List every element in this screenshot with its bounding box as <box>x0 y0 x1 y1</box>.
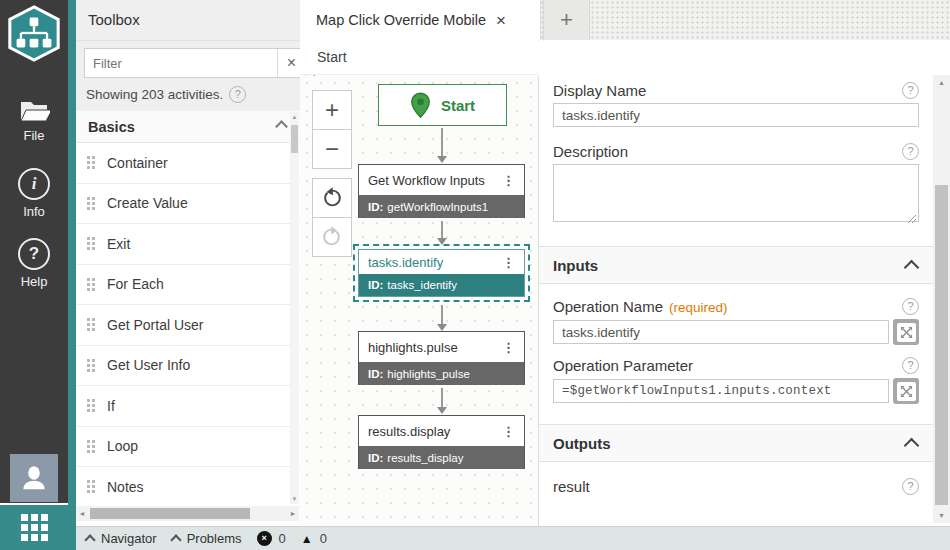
properties-vertical-scrollbar[interactable]: ▲ ▼ <box>933 75 950 523</box>
toolbox-item-get-portal-user[interactable]: Get Portal User <box>76 305 300 346</box>
node-id-value: tasks_identify <box>387 279 457 291</box>
scrollbar-thumb[interactable] <box>291 125 298 153</box>
plus-icon: + <box>560 7 573 33</box>
expression-editor-button[interactable] <box>893 378 919 404</box>
node-id-label: ID: <box>368 368 383 380</box>
toolbox-item-exit[interactable]: Exit <box>76 224 300 265</box>
toolbox-item-get-user-info[interactable]: Get User Info <box>76 346 300 387</box>
node-menu-icon[interactable]: ⋮ <box>502 425 515 438</box>
toolbox-item-if[interactable]: If <box>76 386 300 427</box>
node-title: Start <box>441 97 475 114</box>
node-results-display[interactable]: results.display ⋮ ID:results_display <box>358 415 525 469</box>
flow-connector <box>441 305 443 325</box>
node-get-workflow-inputs[interactable]: Get Workflow Inputs ⋮ ID:getWorkflowInpu… <box>358 164 525 218</box>
toolbox-item-create-value[interactable]: Create Value <box>76 184 300 225</box>
flow-connector <box>441 221 443 239</box>
status-bar: Navigator Problems × 0 ▲ 0 <box>76 526 950 550</box>
node-highlights-pulse[interactable]: highlights.pulse ⋮ ID:highlights_pulse <box>358 331 525 385</box>
node-title: highlights.pulse <box>368 340 458 355</box>
toolbox-item-notes[interactable]: Notes <box>76 467 300 508</box>
help-circle-icon[interactable]: ? <box>229 86 246 103</box>
node-start[interactable]: Start <box>378 84 507 126</box>
scroll-down-icon[interactable]: ▼ <box>933 512 950 519</box>
sidebar-item-help[interactable]: ? Help <box>0 238 68 289</box>
node-menu-icon[interactable]: ⋮ <box>502 256 515 269</box>
outputs-section-header[interactable]: Outputs <box>539 424 933 462</box>
expression-icon <box>897 323 916 342</box>
scrollbar-thumb[interactable] <box>935 185 948 505</box>
sidebar-item-info[interactable]: i Info <box>0 168 68 219</box>
toolbox-title: Toolbox <box>76 0 300 41</box>
display-name-label: Display Name <box>553 82 646 99</box>
expression-editor-button[interactable] <box>893 319 919 345</box>
plus-icon: + <box>325 96 339 124</box>
new-tab-button[interactable]: + <box>543 0 590 40</box>
tab-close-icon[interactable]: × <box>496 12 506 29</box>
node-id-value: highlights_pulse <box>387 368 469 380</box>
sidebar-item-file[interactable]: File <box>0 98 68 143</box>
toolbox-horizontal-scrollbar[interactable]: ◄ ► <box>76 506 299 521</box>
tab-map-click-override-mobile[interactable]: Map Click Override Mobile × <box>300 0 541 40</box>
resize-handle-icon[interactable] <box>907 214 916 223</box>
problems-expand-chevron[interactable] <box>170 534 181 545</box>
undo-button[interactable] <box>312 178 352 218</box>
operation-parameter-label: Operation Parameter <box>553 357 693 374</box>
scroll-right-icon[interactable]: ► <box>287 510 299 517</box>
breadcrumb-start[interactable]: Start <box>317 49 347 65</box>
redo-icon <box>321 226 343 248</box>
scroll-left-icon[interactable]: ◄ <box>76 510 88 517</box>
apps-menu-button[interactable] <box>0 503 68 550</box>
sidebar-accent-strip <box>68 0 76 550</box>
scroll-up-icon[interactable]: ▲ <box>290 114 299 120</box>
error-icon[interactable]: × <box>257 531 272 546</box>
warning-count: 0 <box>320 531 327 546</box>
warning-icon[interactable]: ▲ <box>301 532 313 546</box>
statusbar-navigator[interactable]: Navigator <box>101 531 157 546</box>
inputs-section-header[interactable]: Inputs <box>539 246 933 284</box>
help-circle-icon[interactable]: ? <box>902 298 919 315</box>
flow-connector <box>441 128 443 157</box>
info-icon: i <box>18 168 50 200</box>
toolbox-item-for-each[interactable]: For Each <box>76 265 300 306</box>
help-icon: ? <box>18 238 50 270</box>
help-circle-icon[interactable]: ? <box>902 82 919 99</box>
help-circle-icon[interactable]: ? <box>902 357 919 374</box>
operation-name-field[interactable] <box>553 320 889 344</box>
drag-handle-icon <box>87 278 95 291</box>
toolbox-vertical-scrollbar[interactable]: ▲ ▼ <box>290 112 299 504</box>
zoom-in-button[interactable]: + <box>312 90 352 130</box>
operation-parameter-field[interactable] <box>553 379 889 403</box>
node-tasks-identify-selected[interactable]: tasks.identify ⋮ ID:tasks_identify <box>353 244 530 302</box>
toolbox-filter-input[interactable] <box>85 49 277 77</box>
workflow-canvas[interactable]: + − Start Get Workflow Inp <box>300 76 539 527</box>
display-name-field[interactable] <box>553 103 919 127</box>
toolbox-section-basics[interactable]: Basics <box>76 111 300 143</box>
node-menu-icon[interactable]: ⋮ <box>502 174 515 187</box>
scrollbar-thumb[interactable] <box>90 508 250 519</box>
sidebar-item-label: Help <box>21 274 48 289</box>
toolbox-count-text: Showing 203 activities. <box>86 87 223 102</box>
drag-handle-icon <box>87 197 95 210</box>
user-avatar[interactable] <box>10 454 58 502</box>
redo-button[interactable] <box>312 217 352 257</box>
node-menu-icon[interactable]: ⋮ <box>502 341 515 354</box>
help-circle-icon[interactable]: ? <box>902 478 919 495</box>
toolbox-item-loop[interactable]: Loop <box>76 427 300 468</box>
node-id-value: results_display <box>387 452 463 464</box>
operation-name-label: Operation Name(required) <box>553 298 728 315</box>
apps-grid-icon <box>21 514 48 541</box>
scroll-down-icon[interactable]: ▼ <box>290 496 299 502</box>
description-field[interactable] <box>553 164 919 222</box>
node-title: tasks.identify <box>368 255 443 270</box>
help-circle-icon[interactable]: ? <box>902 143 919 160</box>
scroll-up-icon[interactable]: ▲ <box>933 79 950 86</box>
zoom-out-button[interactable]: − <box>312 129 352 169</box>
flow-connector <box>441 388 443 408</box>
drag-handle-icon <box>87 480 95 493</box>
toolbox-item-container[interactable]: Container <box>76 143 300 184</box>
navigator-expand-chevron[interactable] <box>84 534 95 545</box>
scrollbar-track[interactable] <box>88 506 287 521</box>
statusbar-problems[interactable]: Problems <box>187 531 242 546</box>
error-count: 0 <box>279 531 286 546</box>
breadcrumb: Start <box>300 40 538 75</box>
